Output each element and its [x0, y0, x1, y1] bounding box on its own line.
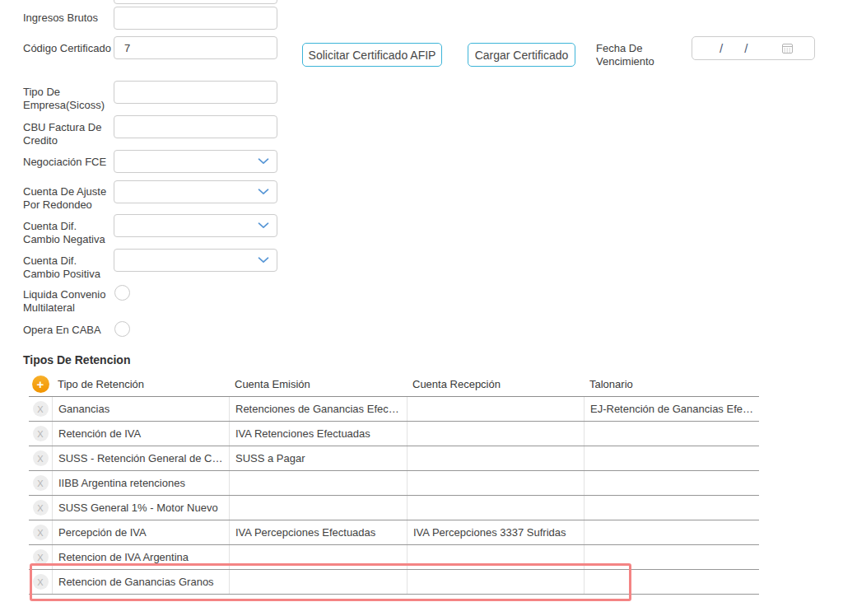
delete-row-button[interactable]: X [29, 397, 52, 421]
cell-tipo-retencion[interactable]: SUSS General 1% - Motor Nuevo [52, 496, 229, 520]
cargar-certificado-button[interactable]: Cargar Certificado [468, 43, 575, 67]
cell-cuenta-emision[interactable] [229, 496, 407, 520]
delete-x-icon: X [33, 475, 49, 491]
cell-tipo-retencion[interactable]: IIBB Argentina retenciones [52, 471, 229, 495]
cell-talonario[interactable] [584, 422, 759, 446]
delete-x-icon: X [33, 500, 49, 516]
cuenta-ajuste-select[interactable] [114, 180, 277, 203]
table-row: XRetencion de Ganancias Granos [29, 570, 759, 595]
table-row: XSUSS General 1% - Motor Nuevo [29, 496, 759, 520]
cuenta-ajuste-label: Cuenta De Ajuste Por Redondeo [23, 185, 112, 212]
delete-row-button[interactable]: X [29, 570, 52, 594]
partial-input-above[interactable] [114, 0, 277, 4]
cell-cuenta-recepcion[interactable] [407, 570, 584, 594]
cell-tipo-retencion[interactable]: Retencion de Ganancias Granos [52, 570, 229, 594]
table-row: XPercepción de IVAIVA Percepciones Efect… [29, 520, 759, 545]
fecha-vencimiento-label: Fecha De Vencimiento [596, 42, 664, 68]
cuenta-dif-positiva-select[interactable] [114, 249, 277, 272]
chevron-down-icon [258, 222, 269, 229]
tipo-empresa-label: Tipo De Empresa(Sicoss) [23, 86, 112, 112]
cell-tipo-retencion[interactable]: Percepción de IVA [52, 520, 229, 544]
cell-talonario[interactable] [584, 446, 759, 470]
cell-cuenta-emision[interactable]: IVA Retenciones Efectuadas [229, 422, 407, 446]
cell-cuenta-emision[interactable] [229, 471, 407, 495]
delete-row-button[interactable]: X [29, 471, 52, 495]
delete-x-icon: X [33, 426, 49, 441]
opera-caba-toggle[interactable] [114, 321, 130, 337]
retenciones-table-header: + Tipo de Retención Cuenta Emisión Cuent… [29, 372, 759, 397]
delete-x-icon: X [33, 525, 49, 540]
cell-cuenta-emision[interactable] [229, 545, 407, 569]
fecha-vencimiento-input[interactable]: / / [692, 36, 815, 60]
column-header-tipo-retencion: Tipo de Retención [52, 372, 229, 396]
cell-talonario[interactable] [584, 520, 759, 544]
delete-x-icon: X [33, 401, 49, 417]
column-header-talonario: Talonario [584, 372, 759, 396]
cuenta-dif-positiva-label: Cuenta Dif. Cambio Positiva [23, 254, 112, 281]
cell-cuenta-recepcion[interactable] [407, 496, 584, 520]
cbu-factura-input[interactable] [114, 115, 277, 138]
add-row-button[interactable]: + [32, 376, 49, 393]
codigo-certificado-input[interactable] [114, 36, 277, 59]
delete-row-button[interactable]: X [29, 446, 52, 470]
chevron-down-icon [258, 257, 269, 264]
cell-cuenta-emision[interactable]: IVA Percepciones Efectuadas [229, 520, 407, 544]
chevron-down-icon [258, 189, 269, 195]
table-row: XIIBB Argentina retenciones [29, 471, 759, 496]
cell-tipo-retencion[interactable]: Retención de IVA [52, 422, 229, 446]
cell-talonario[interactable]: EJ-Retención de Ganancias Efe… [584, 397, 759, 421]
column-header-cuenta-recepcion: Cuenta Recepción [407, 372, 584, 396]
cell-tipo-retencion[interactable]: Retencion de IVA Argentina [52, 545, 229, 569]
liquida-convenio-label: Liquida Convenio Multilateral [23, 288, 112, 315]
cell-cuenta-recepcion[interactable] [407, 422, 584, 446]
table-row: XSUSS - Retención General de C…SUSS a Pa… [29, 446, 759, 471]
cell-cuenta-emision[interactable]: Retenciones de Ganancias Efec… [229, 397, 407, 421]
cuenta-dif-negativa-select[interactable] [114, 214, 277, 237]
cell-cuenta-emision[interactable] [229, 570, 407, 594]
date-separator: / [744, 41, 748, 55]
ingresos-brutos-label: Ingresos Brutos [23, 12, 112, 25]
delete-x-icon: X [33, 450, 49, 466]
liquida-convenio-toggle[interactable] [114, 285, 130, 301]
date-separator: / [720, 41, 723, 55]
chevron-down-icon [258, 158, 269, 165]
cuenta-dif-negativa-label: Cuenta Dif. Cambio Negativa [23, 220, 112, 246]
add-row-cell: + [29, 372, 52, 396]
delete-row-button[interactable]: X [29, 545, 52, 569]
cell-talonario[interactable] [584, 496, 759, 520]
cell-tipo-retencion[interactable]: Ganancias [52, 397, 229, 421]
cell-talonario[interactable] [584, 570, 759, 594]
table-row: XRetencion de IVA Argentina [29, 545, 759, 570]
delete-x-icon: X [33, 574, 49, 590]
cell-cuenta-recepcion[interactable] [407, 471, 584, 495]
cell-cuenta-recepcion[interactable] [407, 397, 584, 421]
negociacion-fce-select[interactable] [114, 150, 277, 173]
calendar-icon[interactable] [781, 42, 794, 54]
table-row: XGananciasRetenciones de Ganancias Efec…… [29, 397, 759, 422]
codigo-certificado-label: Código Certificado [23, 42, 112, 55]
retenciones-section-title: Tipos De Retencion [23, 353, 130, 366]
retenciones-table: + Tipo de Retención Cuenta Emisión Cuent… [29, 372, 759, 595]
cell-cuenta-recepcion[interactable] [407, 446, 584, 470]
cell-talonario[interactable] [584, 471, 759, 495]
delete-x-icon: X [33, 549, 49, 565]
delete-row-button[interactable]: X [29, 520, 52, 544]
table-body: XGananciasRetenciones de Ganancias Efec…… [29, 397, 759, 595]
cell-talonario[interactable] [584, 545, 759, 569]
cbu-factura-label: CBU Factura De Credito [23, 121, 112, 147]
table-row: XRetención de IVAIVA Retenciones Efectua… [29, 422, 759, 446]
cell-cuenta-emision[interactable]: SUSS a Pagar [229, 446, 407, 470]
delete-row-button[interactable]: X [29, 422, 52, 446]
delete-row-button[interactable]: X [29, 496, 52, 520]
opera-caba-label: Opera En CABA [23, 324, 112, 337]
ingresos-brutos-input[interactable] [114, 7, 277, 30]
tipo-empresa-input[interactable] [114, 81, 277, 104]
cell-cuenta-recepcion[interactable]: IVA Percepciones 3337 Sufridas [407, 520, 584, 544]
column-header-cuenta-emision: Cuenta Emisión [229, 372, 407, 396]
cell-cuenta-recepcion[interactable] [407, 545, 584, 569]
solicitar-certificado-afip-button[interactable]: Solicitar Certificado AFIP [302, 43, 442, 67]
negociacion-fce-label: Negociación FCE [23, 156, 112, 169]
cell-tipo-retencion[interactable]: SUSS - Retención General de C… [52, 446, 229, 470]
